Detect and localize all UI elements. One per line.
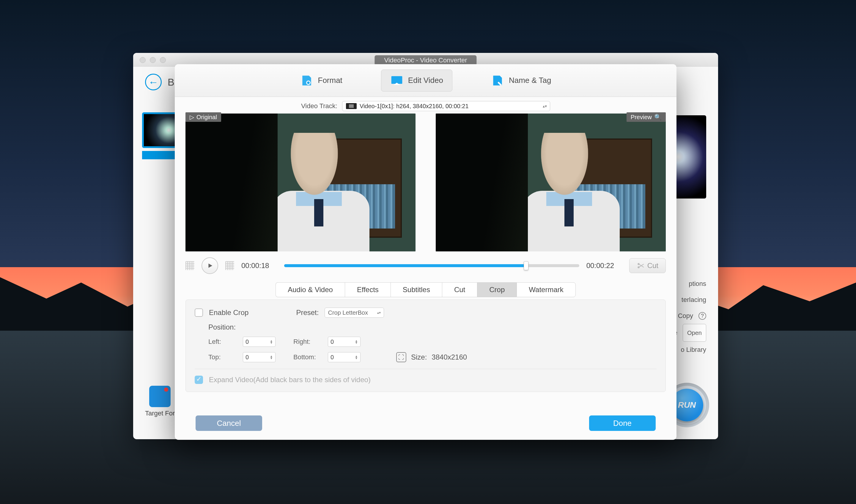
seek-fill [284,264,526,267]
svg-point-1 [307,81,310,84]
subtab-cut[interactable]: Cut [442,282,477,297]
tab-format[interactable]: Format [291,70,351,91]
crop-panel: Enable Crop Preset: Crop LetterBox▴▾ Pos… [185,300,666,392]
size-label: Size: [411,353,427,361]
side-options: ptions terlacing Copy? eOpen o Library [674,276,706,358]
scissors-icon [637,262,644,270]
time-current: 00:00:18 [241,262,277,270]
bottom-label: Bottom: [293,353,323,361]
cancel-button[interactable]: Cancel [196,415,262,431]
original-preview: ▷ Original [185,113,415,251]
position-label: Position: [208,323,236,331]
enable-crop-label: Enable Crop [209,308,249,317]
expand-video-label: Expand Video(Add black bars to the sides… [209,376,371,384]
video-chip-icon [346,103,357,109]
video-track-value: Video-1[0x1]: h264, 3840x2160, 00:00:21 [360,103,469,110]
left-label: Left: [208,338,238,346]
tab-name-tag[interactable]: Name & Tag [482,70,560,91]
timeline: 00:00:18 00:00:22 Cut [175,251,677,282]
top-input[interactable]: 0▲▼ [243,352,275,362]
traffic-lights[interactable] [140,57,166,63]
size-value: 3840x2160 [431,353,467,361]
preview-frame[interactable] [436,113,666,251]
subtab-watermark[interactable]: Watermark [517,282,575,297]
preset-label: Preset: [296,308,319,317]
target-format[interactable]: Target For [145,386,175,417]
svg-rect-2 [391,76,403,84]
right-label: Right: [293,338,323,346]
preset-dropdown[interactable]: Crop LetterBox▴▾ [325,308,384,318]
subtab-effects[interactable]: Effects [345,282,391,297]
video-track-dropdown[interactable]: Video-1[0x1]: h264, 3840x2160, 00:00:21 … [342,101,550,111]
enable-crop-checkbox[interactable] [195,308,203,317]
step-back-icon[interactable] [185,261,194,270]
done-button[interactable]: Done [589,415,656,431]
tab-edit-video[interactable]: Edit Video [381,70,452,92]
seek-handle[interactable] [524,261,529,270]
tab-name-label: Name & Tag [509,76,551,85]
original-frame[interactable] [185,113,415,251]
format-icon [300,74,313,87]
step-fwd-icon[interactable] [225,261,234,270]
edit-video-dialog: Format Edit Video Name & Tag Video Track… [175,64,677,440]
tab-edit-label: Edit Video [408,76,443,85]
subtab-audio-video[interactable]: Audio & Video [275,282,345,297]
chevron-updown-icon: ▴▾ [543,104,547,108]
bottom-input[interactable]: 0▲▼ [328,352,360,362]
chevron-updown-icon: ▴▾ [377,310,381,315]
open-button[interactable]: Open [683,324,706,342]
name-tag-icon [491,74,504,87]
subtab-subtitles[interactable]: Subtitles [391,282,442,297]
tab-format-label: Format [318,76,342,85]
aspect-lock-icon[interactable]: ⛶ [396,352,406,362]
left-input[interactable]: 0▲▼ [243,337,275,347]
original-badge: ▷ Original [185,112,221,122]
edit-subtabs: Audio & Video Effects Subtitles Cut Crop… [175,282,677,297]
back-button[interactable]: ← [145,74,162,90]
top-label: Top: [208,353,238,361]
preview-badge: Preview 🔍 [626,112,666,122]
top-tabs: Format Edit Video Name & Tag [175,64,677,97]
edit-video-icon [390,74,403,87]
target-format-icon[interactable] [149,386,171,407]
play-button[interactable] [201,257,218,274]
seek-track[interactable] [284,264,579,267]
expand-video-checkbox[interactable] [195,376,203,384]
output-preview: Preview 🔍 [436,113,666,251]
window-title: VideoProc - Video Converter [374,55,477,65]
back-label: B [168,76,175,88]
subtab-crop[interactable]: Crop [477,282,517,297]
help-icon[interactable]: ? [698,312,706,320]
time-total: 00:00:22 [586,262,622,270]
video-track-label: Video Track: [301,102,337,110]
right-input[interactable]: 0▲▼ [328,337,360,347]
cut-button[interactable]: Cut [629,258,666,273]
